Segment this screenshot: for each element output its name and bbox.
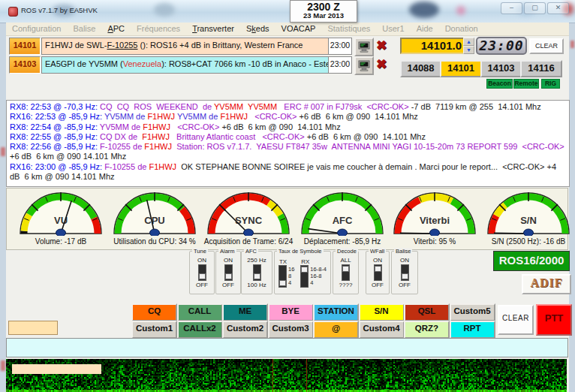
macro-button-rpt[interactable]: RPT bbox=[450, 321, 495, 339]
monitor-icon-button[interactable] bbox=[354, 38, 374, 56]
clock-clear-button[interactable]: CLEAR bbox=[529, 38, 564, 54]
badge-beacon[interactable]: Beacon bbox=[486, 79, 513, 89]
toggle-switch[interactable] bbox=[253, 264, 261, 281]
macro-button-me[interactable]: ME bbox=[222, 303, 268, 321]
toggle-knob[interactable] bbox=[375, 266, 381, 272]
ptt-button[interactable]: PTT bbox=[536, 304, 572, 336]
macro-button-station[interactable]: STATION bbox=[313, 303, 359, 321]
gauge-panel: VUVolume: -17 dBCPUUtilisation du CPU: 3… bbox=[6, 188, 568, 250]
gauge-s-n: S/NS/N (2500 Hz): -16 dB bbox=[483, 191, 573, 246]
menu-item-voacap[interactable]: VOACAP bbox=[275, 23, 322, 35]
toggle-knob[interactable] bbox=[402, 273, 408, 279]
toggle-label-top: ON bbox=[197, 257, 206, 264]
macro-button-[interactable]: @ bbox=[313, 321, 359, 339]
log-line: RX8: 22:54 @ -85,9 Hz: YV5MM de F1HWJ <C… bbox=[10, 122, 566, 132]
mode-indicator: ROS16/2000 bbox=[493, 251, 570, 271]
gauge-caption: Viterbi: 95 % bbox=[390, 237, 480, 246]
preset-14088[interactable]: 14088 bbox=[400, 60, 441, 77]
toggle-knob[interactable] bbox=[279, 280, 286, 286]
frequency-up-button[interactable]: ▲ bbox=[463, 38, 474, 46]
frequency-down-button[interactable]: ▼ bbox=[463, 46, 474, 54]
group-legend: Taux de Symbole bbox=[277, 248, 324, 255]
macro-button-custom4[interactable]: Custom4 bbox=[359, 321, 405, 339]
gauge-caption: S/N (2500 Hz): -16 dB bbox=[483, 237, 573, 246]
menu-item-transverter[interactable]: Transverter bbox=[186, 23, 240, 35]
group-legend: WFall bbox=[369, 248, 386, 255]
toggle-switch[interactable] bbox=[224, 264, 233, 281]
gauge-caption: Déplacement: -85,9 Hz bbox=[297, 237, 387, 246]
menu-item-skeds[interactable]: Skeds bbox=[240, 23, 275, 35]
toggle-group-decode: DecodeALL???? bbox=[333, 251, 359, 294]
toggle-knob[interactable] bbox=[199, 273, 206, 279]
qso-frequency-badge[interactable]: 14103 bbox=[9, 56, 41, 74]
macro-button-custom3[interactable]: Custom3 bbox=[268, 321, 314, 339]
close-button[interactable]: ✕ bbox=[547, 2, 569, 14]
tx-text-input[interactable] bbox=[6, 338, 568, 357]
macro-button-custom1[interactable]: Custom1 bbox=[131, 321, 177, 339]
delete-row-button[interactable]: ✖ bbox=[373, 56, 390, 72]
menu-item-aide[interactable]: Aide bbox=[411, 23, 439, 35]
preset-14116[interactable]: 14116 bbox=[520, 60, 562, 77]
toggle-group-tune: TuneONOFF bbox=[189, 251, 215, 294]
minimize-button[interactable]: – bbox=[501, 2, 522, 14]
macro-button-cq[interactable]: CQ bbox=[131, 303, 177, 321]
qso-time: 23:00 bbox=[328, 38, 352, 55]
gauge-caption: Acquisition de Trame: 6/24 bbox=[203, 237, 294, 246]
macro-button-call[interactable]: CALL bbox=[177, 303, 223, 321]
macro-button-sn[interactable]: S/N bbox=[359, 303, 405, 321]
macro-button-custom2[interactable]: Custom2 bbox=[222, 321, 268, 339]
group-legend: Alarm bbox=[218, 248, 236, 255]
tx-clear-button[interactable]: CLEAR bbox=[498, 305, 534, 335]
utc-date: 23 Mar 2013 bbox=[291, 12, 357, 20]
menu-item-balise[interactable]: Balise bbox=[67, 23, 101, 35]
vfo-frequency-input[interactable]: 14101.0 bbox=[400, 38, 467, 54]
adif-button[interactable]: ADIF bbox=[522, 274, 571, 294]
callsign-input[interactable] bbox=[8, 321, 58, 335]
preset-14103[interactable]: 14103 bbox=[480, 60, 522, 77]
toggle-knob[interactable] bbox=[254, 273, 260, 279]
gauge-afc: AFCDéplacement: -85,9 Hz bbox=[297, 191, 387, 246]
badge-remote[interactable]: Remote bbox=[513, 79, 539, 89]
toggle-label-bottom: OFF bbox=[372, 282, 384, 288]
toggle-switch[interactable] bbox=[374, 264, 382, 281]
preset-14101[interactable]: 14101 bbox=[440, 60, 482, 77]
menu-item-apc[interactable]: APC bbox=[101, 23, 131, 35]
toggle-switch[interactable] bbox=[342, 264, 350, 281]
toggle-label-top: ON bbox=[400, 257, 409, 264]
rx-log[interactable]: RX8: 22:53 @ -70,3 Hz: CQ CQ ROS WEEKEND… bbox=[6, 100, 570, 187]
menu-item-fréquences[interactable]: Fréquences bbox=[131, 23, 186, 35]
macro-button-callx2[interactable]: CALLx2 bbox=[177, 321, 223, 339]
svg-text:Viterbi: Viterbi bbox=[420, 215, 450, 226]
qso-frequency-badge[interactable]: 14101 bbox=[9, 38, 41, 55]
group-legend: AFC bbox=[244, 248, 258, 255]
window-controls: – ▢ ✕ bbox=[501, 2, 569, 14]
toggle-knob[interactable] bbox=[225, 273, 232, 279]
svg-text:S/N: S/N bbox=[520, 215, 537, 226]
menu-item-statistiques[interactable]: Statistiques bbox=[321, 23, 376, 35]
toggle-knob[interactable] bbox=[301, 267, 308, 273]
badge-rig[interactable]: RIG bbox=[541, 79, 560, 89]
toggle-group-wfall: WFallONOFF bbox=[366, 251, 390, 294]
toggle-label-bottom: OFF bbox=[222, 282, 234, 288]
macro-button-custom5[interactable]: Custom5 bbox=[450, 303, 495, 321]
macro-button-qsl[interactable]: QSL bbox=[404, 303, 450, 321]
monitor-icon-button[interactable] bbox=[354, 56, 374, 75]
toggle-switch[interactable] bbox=[198, 264, 206, 281]
toggle-knob[interactable] bbox=[342, 266, 349, 272]
menu-item-user1[interactable]: User1 bbox=[376, 23, 410, 35]
group-legend: Tune bbox=[192, 248, 208, 255]
delete-row-button[interactable]: ✖ bbox=[373, 38, 390, 53]
log-line: RX8: 22:55 @ -85,9 Hz: CQ DX de F1HWJ Br… bbox=[10, 132, 566, 142]
qso-message-field[interactable]: F1HWJ de SWL-F-10255 (): ROS16 +4 dB in … bbox=[41, 38, 333, 55]
toggle-switch[interactable] bbox=[300, 265, 309, 288]
toggle-switch[interactable] bbox=[278, 265, 287, 288]
macro-button-bye[interactable]: BYE bbox=[268, 303, 314, 321]
menu-item-configuration[interactable]: Configuration bbox=[6, 23, 67, 35]
macro-button-qrz[interactable]: QRZ? bbox=[404, 321, 450, 339]
menu-item-donation[interactable]: Donation bbox=[439, 23, 484, 35]
window-title: ROS v7.1.7 by EA5HVK bbox=[21, 6, 98, 14]
maximize-button[interactable]: ▢ bbox=[524, 2, 546, 14]
waterfall-label-box bbox=[12, 364, 101, 374]
qso-message-field[interactable]: EA5GPI de YV5MM (Venezuela): ROS8+CAT 70… bbox=[41, 56, 333, 74]
toggle-switch[interactable] bbox=[401, 264, 409, 281]
